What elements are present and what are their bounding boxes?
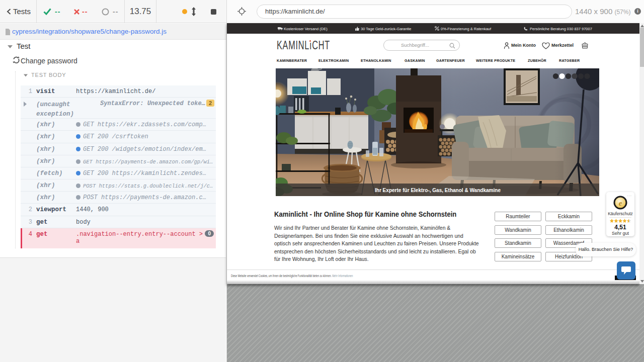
svg-text:Ihr Experte für Elektro-, Gas,: Ihr Experte für Elektro-, Gas, Ethanol &… — [375, 187, 501, 193]
svg-text:e: e — [619, 199, 622, 207]
